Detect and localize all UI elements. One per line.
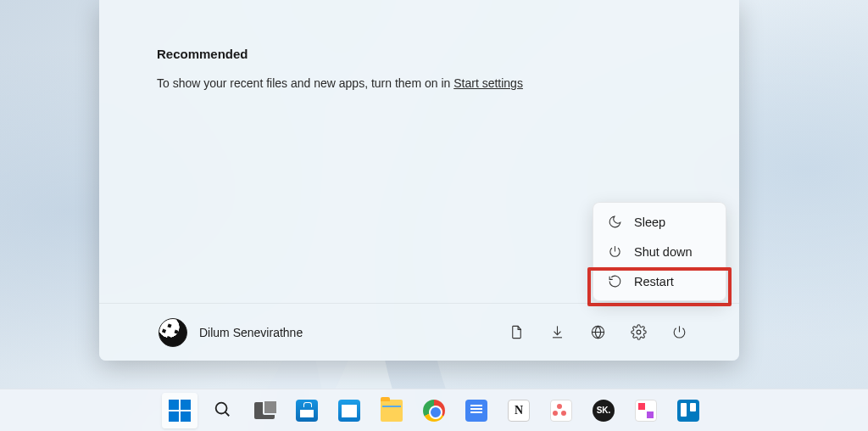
gear-icon — [631, 324, 647, 340]
settings-button[interactable] — [629, 323, 648, 342]
globe-icon — [590, 324, 606, 340]
taskbar-mail[interactable] — [331, 393, 367, 428]
network-button[interactable] — [588, 323, 607, 342]
mail-icon — [338, 400, 360, 422]
start-footer: Dilum Senevirathne — [99, 303, 739, 361]
power-icon — [608, 244, 622, 259]
store-icon — [296, 400, 318, 422]
task-view-icon — [254, 402, 275, 419]
taskbar-microsoft-store[interactable] — [289, 393, 325, 428]
power-button[interactable] — [670, 323, 688, 342]
asana-icon — [550, 400, 572, 422]
chrome-icon — [423, 400, 445, 422]
svg-point-2 — [216, 402, 227, 413]
taskbar-asana[interactable] — [543, 393, 579, 428]
taskbar: N SK. — [0, 389, 868, 431]
recommended-section: Recommended To show your recent files an… — [99, 0, 739, 90]
taskbar-google-docs[interactable] — [459, 393, 494, 428]
search-icon — [213, 400, 231, 422]
svg-point-1 — [637, 330, 641, 334]
power-shutdown-label: Shut down — [634, 245, 693, 259]
recommended-heading: Recommended — [157, 47, 682, 61]
user-name-label: Dilum Senevirathne — [199, 326, 303, 339]
power-icon — [671, 324, 687, 340]
taskbar-chrome[interactable] — [416, 393, 452, 428]
folder-icon — [381, 400, 403, 422]
music-icon — [635, 400, 657, 422]
start-menu: Recommended To show your recent files an… — [99, 0, 739, 361]
task-view-button[interactable] — [247, 393, 282, 428]
documents-button[interactable] — [507, 323, 526, 342]
docs-icon — [465, 400, 487, 422]
power-sleep-label: Sleep — [634, 216, 665, 229]
sk-icon: SK. — [593, 400, 615, 422]
start-button[interactable] — [162, 393, 198, 428]
taskbar-file-explorer[interactable] — [374, 393, 409, 428]
start-settings-link[interactable]: Start settings — [453, 76, 523, 90]
user-avatar — [159, 318, 187, 347]
recommended-body: To show your recent files and new apps, … — [157, 76, 682, 90]
taskbar-sk[interactable]: SK. — [586, 393, 621, 428]
windows-logo-icon — [169, 400, 191, 422]
taskbar-notion[interactable]: N — [501, 393, 537, 428]
search-button[interactable] — [204, 393, 240, 428]
user-account-button[interactable]: Dilum Senevirathne — [159, 318, 303, 347]
power-restart-label: Restart — [634, 275, 674, 288]
taskbar-music[interactable] — [628, 393, 664, 428]
footer-icons — [507, 323, 688, 342]
document-icon — [509, 324, 525, 340]
download-icon — [549, 324, 565, 340]
power-restart[interactable]: Restart — [598, 266, 721, 296]
downloads-button[interactable] — [548, 323, 566, 342]
moon-icon — [608, 215, 622, 229]
power-menu: Sleep Shut down Restart — [593, 202, 726, 301]
trello-icon — [677, 400, 699, 422]
recommended-text: To show your recent files and new apps, … — [157, 76, 453, 90]
taskbar-trello[interactable] — [670, 393, 706, 428]
restart-icon — [608, 274, 622, 288]
notion-icon: N — [508, 400, 530, 422]
power-shutdown[interactable]: Shut down — [598, 237, 721, 266]
power-sleep[interactable]: Sleep — [598, 207, 721, 237]
